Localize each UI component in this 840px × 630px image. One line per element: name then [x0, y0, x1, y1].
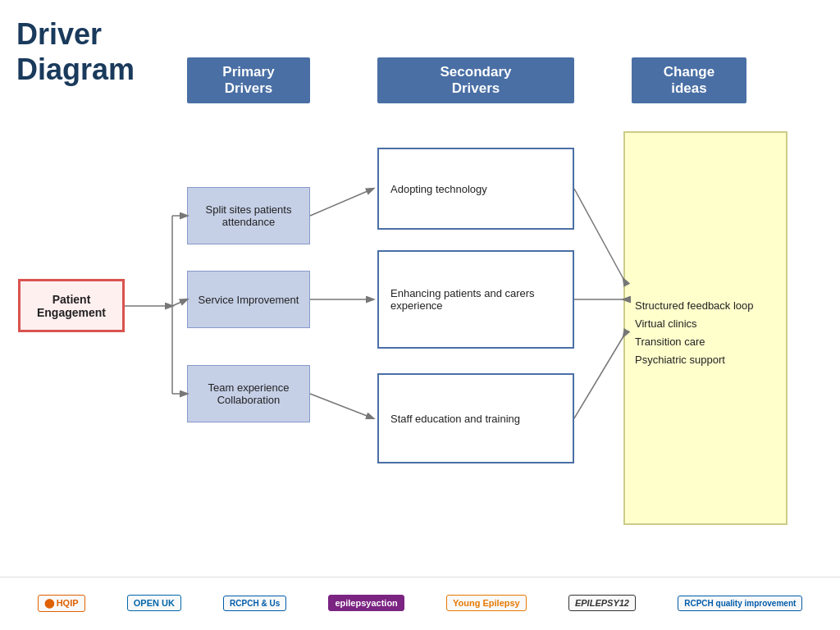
secondary-driver-2: Enhancing patients and carers experience	[377, 250, 574, 349]
patient-engagement-box: PatientEngagement	[18, 279, 125, 332]
svg-line-8	[310, 394, 373, 418]
secondary-driver-3: Staff education and training	[377, 373, 574, 463]
title-line2: Diagram	[16, 52, 135, 86]
logo-young-epilepsy: Young Epilepsy	[446, 595, 527, 611]
svg-line-9	[574, 189, 623, 279]
primary-driver-3: Team experience Collaboration	[187, 365, 310, 422]
footer-logos: ⬤ HQIP OPEN UK RCPCH & Us epilepsyaction…	[0, 577, 840, 622]
change-idea-3: Transition care	[635, 333, 776, 351]
primary-driver-3-label: Team experience Collaboration	[193, 381, 304, 406]
header-change-ideas: Changeideas	[632, 57, 746, 103]
diagram-title: Driver Diagram	[16, 16, 135, 87]
logo-epilepsy12: EPILEPSY12	[568, 595, 636, 611]
primary-driver-1-label: Split sites patients attendance	[193, 203, 304, 228]
header-secondary-drivers: SecondaryDrivers	[377, 57, 574, 103]
secondary-driver-3-label: Staff education and training	[390, 413, 520, 425]
secondary-driver-2-label: Enhancing patients and carers experience	[390, 287, 561, 312]
title-line1: Driver	[16, 17, 102, 51]
change-ideas-box: Structured feedback loop Virtual clinics…	[623, 131, 788, 525]
change-idea-1: Structured feedback loop	[635, 297, 776, 315]
primary-driver-2-label: Service Improvement	[199, 294, 299, 306]
secondary-driver-1: Adopting technology	[377, 148, 574, 230]
logo-hqip: ⬤ HQIP	[38, 595, 85, 612]
logo-epilepsy-action: epilepsyaction	[328, 595, 404, 611]
svg-line-3	[172, 299, 187, 306]
change-idea-4: Psychiatric support	[635, 351, 776, 369]
logo-rcpch: RCPCH & Us	[223, 596, 286, 611]
svg-line-11	[574, 336, 623, 418]
primary-driver-2: Service Improvement	[187, 271, 310, 328]
secondary-driver-1-label: Adopting technology	[390, 183, 487, 195]
svg-line-6	[310, 189, 373, 216]
change-idea-2: Virtual clinics	[635, 315, 776, 333]
logo-rcpch-quality: RCPCH quality improvement	[678, 596, 802, 611]
main-container: Driver Diagram PrimaryDrivers SecondaryD…	[0, 0, 840, 630]
header-primary-drivers: PrimaryDrivers	[187, 57, 310, 103]
logo-open-uk: OPEN UK	[127, 595, 181, 611]
patient-engagement-label: PatientEngagement	[37, 293, 106, 319]
primary-driver-1: Split sites patients attendance	[187, 187, 310, 244]
